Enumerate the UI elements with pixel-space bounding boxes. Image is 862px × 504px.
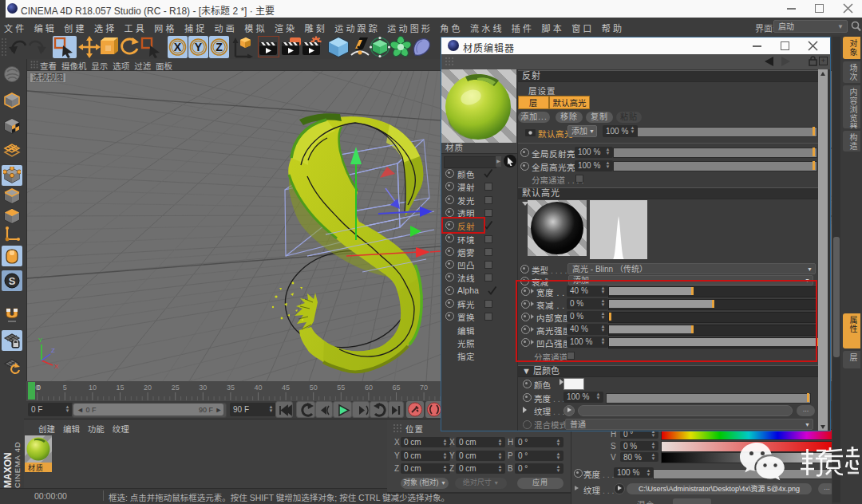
svg-text:60: 60 [365,384,373,392]
svg-text:15: 15 [116,384,124,392]
svg-text:S: S [9,275,16,287]
svg-text:X: X [54,363,59,370]
svg-text:25: 25 [172,384,180,392]
svg-text:50: 50 [310,384,318,392]
svg-text:Y: Y [195,41,203,53]
svg-text:45: 45 [282,384,290,392]
svg-text:Z: Z [51,347,55,354]
svg-text:材质: 材质 [28,463,44,472]
svg-text:65: 65 [392,384,400,392]
svg-text:30: 30 [199,384,207,392]
svg-text:0: 0 [37,384,41,392]
svg-text:55: 55 [337,384,345,392]
svg-text:5: 5 [63,384,67,392]
svg-text:20: 20 [144,384,152,392]
svg-text:X: X [174,41,182,53]
svg-text:40: 40 [254,384,262,392]
svg-text:35: 35 [227,384,235,392]
svg-text:Z: Z [216,41,223,53]
svg-text:10: 10 [89,384,97,392]
svg-text:Y: Y [38,337,43,344]
svg-text:70: 70 [420,384,428,392]
